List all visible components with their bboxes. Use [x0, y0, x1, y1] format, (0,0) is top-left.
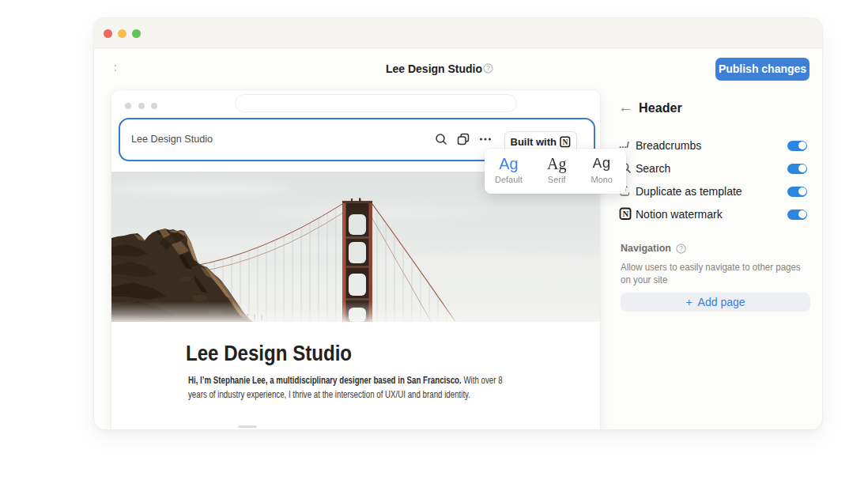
- svg-text:N: N: [562, 138, 568, 146]
- svg-text:?: ?: [486, 64, 490, 72]
- svg-text:?: ?: [680, 244, 684, 252]
- svg-text:N: N: [622, 210, 628, 218]
